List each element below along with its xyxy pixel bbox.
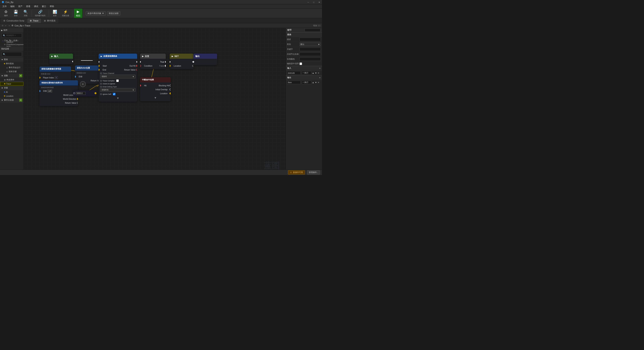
defaults-button[interactable]: ⚡ 实默认值 bbox=[60, 9, 71, 18]
menu-help[interactable]: 帮助 bbox=[48, 4, 56, 8]
instance-value[interactable] bbox=[300, 57, 321, 61]
breadcrumb-star[interactable]: ☆ bbox=[2, 24, 4, 27]
my-blueprint-header[interactable]: 我的蓝图 bbox=[0, 47, 24, 51]
then-direction[interactable]: 一执行 bbox=[302, 81, 311, 84]
add-function-button[interactable]: + bbox=[19, 74, 22, 77]
debug-target-dropdown[interactable]: 未选中调试对象 ▼ bbox=[86, 11, 106, 15]
menu-window[interactable]: 窗口 bbox=[40, 4, 48, 8]
event-dispatchers-header[interactable]: ▼ 事件分发器 + bbox=[0, 98, 24, 102]
add-output-button[interactable]: + bbox=[319, 77, 320, 79]
set-location-pin[interactable] bbox=[170, 65, 171, 67]
menu-view[interactable]: 查看 bbox=[24, 4, 32, 8]
set-exec-in-pin[interactable] bbox=[170, 61, 171, 63]
simulate-button[interactable]: ▶ 模拟 bbox=[74, 9, 82, 18]
manage-plugin-button[interactable]: 管理插件... bbox=[307, 170, 320, 175]
execute-pin-select[interactable]: execute bbox=[287, 71, 301, 75]
initial-overlap-pin[interactable] bbox=[170, 88, 171, 90]
then-down-icon[interactable]: ▼ bbox=[315, 81, 317, 84]
trace-start-pin[interactable] bbox=[99, 65, 100, 67]
ignore-self-checkbox[interactable] bbox=[113, 93, 116, 95]
breadcrumb-back[interactable]: ← bbox=[5, 24, 7, 27]
close-btn[interactable]: ✕ bbox=[316, 0, 322, 4]
breadcrumb-forward[interactable]: → bbox=[8, 24, 10, 27]
then-delete-icon[interactable]: ✕ bbox=[318, 81, 319, 84]
execute-delete-icon[interactable]: ✕ bbox=[318, 72, 319, 74]
then-pin-select[interactable]: then bbox=[287, 81, 301, 84]
hit-in-pin[interactable] bbox=[140, 85, 141, 87]
then-up-icon[interactable]: ▲ bbox=[312, 81, 314, 84]
components-header[interactable]: ▶ 组件 bbox=[0, 28, 24, 32]
execute-up-icon[interactable]: ▲ bbox=[312, 72, 314, 74]
trace-end-pin[interactable] bbox=[99, 69, 100, 71]
add-node-button[interactable]: + bbox=[80, 81, 86, 87]
compress-value[interactable] bbox=[300, 52, 321, 56]
functions-header[interactable]: ▼ 函数 + bbox=[0, 73, 24, 78]
event-start-item[interactable]: ◇ 事件开始运行 bbox=[0, 66, 24, 70]
find-button[interactable]: 🔗 找到毫不相关 bbox=[33, 9, 47, 18]
trace-item[interactable]: Trace bbox=[0, 82, 24, 86]
blueprint-search[interactable]: 🔍 bbox=[2, 52, 22, 56]
float-out-pin[interactable] bbox=[94, 92, 96, 94]
world-target-pin[interactable] bbox=[40, 90, 40, 92]
plugin-available-button[interactable]: ⚠ 新插件可用 bbox=[288, 170, 305, 175]
branch-false-pin[interactable] bbox=[164, 65, 166, 67]
trace-exec-out-pin[interactable] bbox=[136, 61, 137, 63]
menu-file[interactable]: 文件 bbox=[1, 4, 8, 8]
add-input-button[interactable]: + bbox=[319, 67, 320, 69]
player-index-in-pin[interactable] bbox=[40, 77, 40, 79]
execute-direction[interactable]: 一执行 bbox=[302, 71, 311, 75]
actor-target-pin[interactable] bbox=[75, 76, 76, 78]
hit-expand-btn[interactable]: ▼ bbox=[140, 95, 171, 100]
set-location-out-pin[interactable] bbox=[192, 65, 193, 67]
construction-item[interactable]: ⚙ 构造脚本 bbox=[0, 78, 24, 82]
compile-button[interactable]: ⚙ 编译 bbox=[2, 9, 10, 18]
trace-complex-checkbox[interactable] bbox=[116, 79, 119, 82]
diff-button[interactable]: 📊 差异 bbox=[50, 9, 59, 18]
blocking-hit-pin[interactable] bbox=[170, 85, 171, 87]
variables-header[interactable]: ▼ 变量 bbox=[0, 86, 24, 90]
exec-out-pin[interactable] bbox=[72, 60, 73, 62]
trace-expand-btn[interactable]: ▼ bbox=[99, 96, 137, 101]
menu-asset[interactable]: 资产 bbox=[16, 4, 24, 8]
tab-construction[interactable]: ⚙ Construction Scrip bbox=[1, 18, 27, 23]
hit-location-pin[interactable] bbox=[170, 92, 171, 94]
tab-event-graph[interactable]: ⊞ 事件图表 bbox=[42, 18, 58, 23]
maximize-btn[interactable]: □ bbox=[311, 0, 316, 4]
mouse-item[interactable]: ◇ 鼠标左键 bbox=[0, 70, 24, 73]
browse-button[interactable]: 🔍 浏览 bbox=[21, 9, 30, 18]
transform-item[interactable]: ⚙ 变换组件 (TransformComponent0) (继承) bbox=[0, 43, 24, 46]
right-panel-search[interactable] bbox=[305, 28, 320, 32]
float-input[interactable] bbox=[76, 92, 86, 95]
kw-value[interactable] bbox=[300, 47, 321, 51]
world-return-pin[interactable] bbox=[77, 102, 78, 104]
blueprint-canvas[interactable]: ▶ 输入 获取玩家摄像机管理器 目标是Actor Player Index bbox=[24, 28, 286, 175]
cat-dropdown[interactable]: 默认 ▼ bbox=[300, 43, 321, 46]
float-in-pin[interactable] bbox=[73, 92, 75, 94]
trace-exec-in-pin[interactable] bbox=[99, 61, 100, 63]
ai-item[interactable]: AI bbox=[0, 90, 24, 94]
components-search[interactable]: 🔍 添加组件 + bbox=[2, 33, 22, 38]
desc-value[interactable] bbox=[300, 38, 321, 41]
location-item[interactable]: Location bbox=[0, 94, 24, 98]
editor-label: 编辑器中清用 bbox=[287, 62, 299, 65]
breadcrumb-settings-icon[interactable]: ⚙ bbox=[12, 24, 14, 27]
graphs-header[interactable]: ▼ 图表 bbox=[0, 57, 24, 62]
save-button[interactable]: 💾 保存 bbox=[12, 9, 20, 18]
trace-return-pin[interactable] bbox=[136, 69, 137, 71]
editor-checkbox[interactable] bbox=[300, 62, 302, 65]
branch-exec-in-pin[interactable] bbox=[140, 61, 141, 63]
event-graph-item[interactable]: 事件图表 bbox=[0, 62, 24, 66]
output-exec-pin[interactable] bbox=[193, 61, 194, 63]
branch-condition-pin[interactable] bbox=[140, 65, 141, 67]
tab-trace[interactable]: ⚙ Trace bbox=[27, 18, 41, 23]
world-dir-pin[interactable] bbox=[77, 98, 78, 100]
menu-edit[interactable]: 编辑 bbox=[9, 4, 16, 8]
titlebar: 🔷 Con_Bp ─ □ ✕ bbox=[0, 0, 322, 4]
branch-true-pin[interactable] bbox=[165, 61, 166, 63]
minimize-btn[interactable]: ─ bbox=[306, 0, 311, 4]
execute-down-icon[interactable]: ▼ bbox=[315, 72, 317, 74]
debug-filter-dropdown[interactable]: 请选过滤器 bbox=[107, 11, 120, 15]
menu-debug[interactable]: 调试 bbox=[32, 4, 40, 8]
trace-outhit-pin[interactable] bbox=[136, 65, 137, 67]
add-dispatcher-button[interactable]: + bbox=[19, 99, 22, 102]
